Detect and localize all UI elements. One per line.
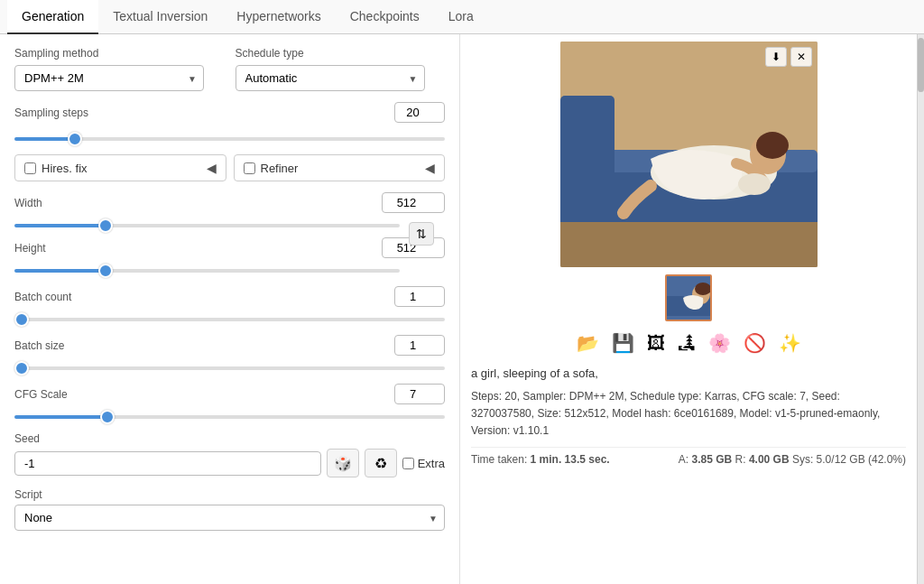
schedule-type-select[interactable]: Automatic xyxy=(236,65,425,91)
image-actions: ⬇ ✕ xyxy=(765,47,812,67)
time-value: 1 min. 13.5 sec. xyxy=(531,453,610,466)
seed-dice-btn[interactable]: 🎲 xyxy=(327,449,359,477)
tab-lora[interactable]: Lora xyxy=(434,0,488,34)
batch-count-slider-container xyxy=(14,311,445,324)
batch-size-row: Batch size xyxy=(14,335,445,356)
seed-label: Seed xyxy=(14,432,445,445)
mem-a-value: 3.85 GB xyxy=(691,453,732,466)
left-panel: Sampling method DPM++ 2M ▼ Schedule type… xyxy=(0,34,460,584)
mem-r-label: R: xyxy=(735,453,746,466)
script-select[interactable]: None xyxy=(14,505,445,531)
steps-input[interactable] xyxy=(394,102,445,123)
painting-svg xyxy=(560,42,818,267)
script-label: Script xyxy=(14,488,445,501)
batch-size-input[interactable] xyxy=(394,335,445,356)
hires-refiner-row: Hires. fix ◀ Refiner ◀ xyxy=(14,154,445,181)
batch-size-label: Batch size xyxy=(14,339,64,352)
extra-btn[interactable]: ✨ xyxy=(777,330,803,356)
mem-sys-value: 5.0/12 GB (42.0%) xyxy=(817,453,906,466)
style-btn[interactable]: 🌸 xyxy=(707,330,733,356)
image-download-btn[interactable]: ⬇ xyxy=(765,47,787,67)
seed-recycle-btn[interactable]: ♻ xyxy=(365,449,397,477)
cfg-scale-input[interactable] xyxy=(394,384,445,404)
thumbnail-svg xyxy=(667,276,712,321)
mem-sys-label: Sys: xyxy=(792,453,813,466)
mem-r-value: 4.00 GB xyxy=(749,453,790,466)
open-folder-btn[interactable]: 📂 xyxy=(575,330,601,356)
batch-size-slider-container xyxy=(14,359,445,373)
cfg-scale-slider[interactable] xyxy=(14,415,445,419)
width-slider[interactable] xyxy=(14,224,400,227)
extra-checkbox[interactable] xyxy=(402,458,414,469)
steps-slider-container xyxy=(14,130,445,144)
schedule-type-group: Schedule type Automatic ▼ xyxy=(236,47,446,91)
svg-point-7 xyxy=(756,132,789,159)
height-label: Height xyxy=(14,242,46,255)
main-container: Generation Textual Inversion Hypernetwor… xyxy=(0,0,924,584)
width-header: Width xyxy=(14,192,445,213)
thumbnail-row xyxy=(471,274,906,321)
batch-size-slider[interactable] xyxy=(14,366,445,370)
sampling-method-group: Sampling method DPM++ 2M ▼ xyxy=(14,47,225,91)
cfg-scale-row: CFG Scale xyxy=(14,384,445,404)
hires-fix-box[interactable]: Hires. fix ◀ xyxy=(14,154,226,181)
refiner-checkbox[interactable] xyxy=(244,162,255,174)
sampling-row: Sampling method DPM++ 2M ▼ Schedule type… xyxy=(14,47,445,91)
hires-fix-label: Hires. fix xyxy=(42,162,201,175)
caption-text: a girl, sleeping of a sofa, xyxy=(471,365,906,383)
tab-hypernetworks[interactable]: Hypernetworks xyxy=(222,0,335,34)
refiner-label: Refiner xyxy=(261,162,420,175)
dice-icon: 🎲 xyxy=(334,455,352,472)
width-input[interactable] xyxy=(382,192,445,213)
seed-row: Seed 🎲 ♻ Extra xyxy=(14,432,445,477)
memory-info: A: 3.85 GB R: 4.00 GB Sys: 5.0/12 GB (42… xyxy=(679,453,906,466)
tab-generation[interactable]: Generation xyxy=(7,0,98,34)
steps-row: Sampling steps xyxy=(14,102,445,123)
hires-fix-expand-btn[interactable]: ◀ xyxy=(207,161,217,175)
sampling-method-label: Sampling method xyxy=(14,47,225,60)
generated-image: ⬇ ✕ xyxy=(560,42,818,267)
batch-count-row: Batch count xyxy=(14,286,445,307)
clear-btn[interactable]: 🚫 xyxy=(742,330,768,356)
schedule-type-wrapper: Automatic ▼ xyxy=(236,65,425,91)
scrollbar-thumb[interactable] xyxy=(918,38,924,92)
meta-text: Steps: 20, Sampler: DPM++ 2M, Schedule t… xyxy=(471,388,906,440)
cfg-scale-label: CFG Scale xyxy=(14,388,68,401)
height-header: Height xyxy=(14,237,445,258)
hires-fix-checkbox[interactable] xyxy=(24,162,36,174)
swap-dimensions-btn[interactable]: ⇅ xyxy=(409,222,434,246)
batch-count-slider[interactable] xyxy=(14,318,445,321)
svg-rect-3 xyxy=(560,96,614,240)
gallery-btn[interactable]: 🏞 xyxy=(676,330,698,356)
save-btn[interactable]: 💾 xyxy=(610,330,636,356)
tabs-bar: Generation Textual Inversion Hypernetwor… xyxy=(0,0,924,34)
recycle-icon: ♻ xyxy=(374,455,387,472)
time-row: Time taken: 1 min. 13.5 sec. A: 3.85 GB … xyxy=(471,447,906,466)
refiner-box[interactable]: Refiner ◀ xyxy=(234,154,446,181)
height-row: Height xyxy=(14,237,445,275)
steps-slider[interactable] xyxy=(14,137,445,141)
steps-label: Sampling steps xyxy=(14,107,394,119)
scrollbar xyxy=(917,34,924,584)
image-close-btn[interactable]: ✕ xyxy=(790,47,812,67)
send-to-img-btn[interactable]: 🖼 xyxy=(645,330,667,356)
extra-label[interactable]: Extra xyxy=(402,457,445,470)
width-row: Width xyxy=(14,192,445,230)
right-panel: ⬇ ✕ 📂 xyxy=(460,34,917,584)
sampling-method-wrapper: DPM++ 2M ▼ xyxy=(14,65,204,91)
sampling-method-select[interactable]: DPM++ 2M xyxy=(14,65,204,91)
action-icons-row: 📂 💾 🖼 🏞 🌸 🚫 ✨ xyxy=(471,330,906,356)
cfg-scale-slider-container xyxy=(14,408,445,422)
thumbnail[interactable] xyxy=(665,274,712,321)
height-slider[interactable] xyxy=(14,269,400,273)
schedule-type-label: Schedule type xyxy=(236,47,446,60)
time-taken: Time taken: 1 min. 13.5 sec. xyxy=(471,453,610,466)
script-row: Script None ▼ xyxy=(14,488,445,531)
seed-input[interactable] xyxy=(14,451,321,476)
tab-textual-inversion[interactable]: Textual Inversion xyxy=(98,0,222,34)
refiner-expand-btn[interactable]: ◀ xyxy=(425,161,435,175)
seed-controls: 🎲 ♻ Extra xyxy=(14,449,445,477)
tab-checkpoints[interactable]: Checkpoints xyxy=(336,0,434,34)
content-area: Sampling method DPM++ 2M ▼ Schedule type… xyxy=(0,34,924,584)
batch-count-input[interactable] xyxy=(394,286,445,307)
